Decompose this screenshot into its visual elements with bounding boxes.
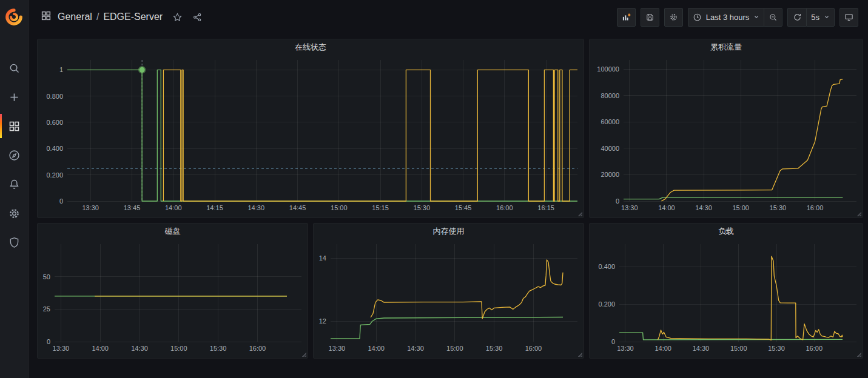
panel-resize-handle[interactable]: [856, 352, 861, 357]
chart-canvas: 02000040000600008000010000013:3014:0014:…: [590, 55, 863, 213]
svg-text:16:00: 16:00: [249, 345, 266, 352]
svg-text:0.400: 0.400: [598, 263, 615, 270]
share-dashboard-button[interactable]: [192, 12, 203, 22]
svg-text:0: 0: [59, 197, 63, 205]
svg-text:16:00: 16:00: [806, 345, 823, 352]
save-dashboard-button[interactable]: [641, 8, 659, 27]
svg-text:14:00: 14:00: [654, 345, 671, 352]
series-line: [67, 70, 577, 201]
dashboards-grid-icon: [41, 10, 52, 24]
sidebar-item-search[interactable]: [0, 53, 28, 82]
svg-text:14:30: 14:30: [693, 345, 710, 352]
svg-text:0: 0: [616, 197, 619, 205]
search-icon: [8, 62, 21, 75]
grafana-logo-icon: [5, 8, 23, 26]
svg-text:14:00: 14:00: [368, 345, 385, 352]
chart-memory-usage[interactable]: 121413:3014:0014:3015:0015:3016:00: [314, 239, 584, 356]
panel-resize-handle[interactable]: [301, 352, 306, 357]
bell-icon: [8, 178, 21, 191]
shield-icon: [8, 236, 21, 249]
svg-text:14:45: 14:45: [289, 204, 306, 211]
chart-cumulative-traffic[interactable]: 02000040000600008000010000013:3014:0014:…: [590, 55, 863, 216]
legend-item[interactable]: edge_disk_used{instance="localhost:19202…: [54, 357, 303, 359]
star-icon: [172, 12, 183, 22]
cycle-view-mode-button[interactable]: [839, 8, 858, 27]
add-panel-button[interactable]: [617, 8, 636, 27]
svg-text:0.200: 0.200: [598, 300, 615, 308]
svg-text:0.800: 0.800: [46, 93, 63, 100]
svg-text:14:30: 14:30: [131, 345, 148, 352]
svg-text:25: 25: [43, 305, 50, 313]
panel-resize-handle[interactable]: [577, 352, 582, 357]
svg-text:15:00: 15:00: [732, 204, 749, 211]
panel-resize-handle[interactable]: [577, 211, 582, 216]
sidebar-item-configuration[interactable]: [0, 199, 28, 228]
dashboard-settings-button[interactable]: [664, 8, 683, 27]
svg-text:14:00: 14:00: [165, 204, 182, 211]
chart-legend: edge_load5{instance="localhost:19202", j…: [590, 356, 863, 359]
svg-text:16:15: 16:15: [537, 204, 554, 211]
compass-icon: [8, 149, 21, 162]
svg-text:14:30: 14:30: [407, 345, 424, 352]
panel-title[interactable]: 磁盘: [38, 224, 308, 239]
svg-text:15:30: 15:30: [768, 345, 785, 352]
time-range-picker[interactable]: Last 3 hours: [688, 8, 764, 27]
svg-text:15:00: 15:00: [446, 345, 463, 352]
sidebar-item-alerting[interactable]: [0, 170, 28, 199]
series-line: [163, 70, 577, 201]
svg-text:0: 0: [611, 338, 615, 345]
zoom-out-time-button[interactable]: [764, 8, 782, 27]
refresh-interval-picker[interactable]: 5s: [806, 8, 835, 27]
series-line: [661, 79, 843, 201]
legend-item[interactable]: edge_status{instance="localhost:19202", …: [311, 216, 553, 218]
svg-text:80000: 80000: [601, 92, 619, 99]
panel-title[interactable]: 内存使用: [314, 224, 584, 239]
grafana-logo[interactable]: [0, 0, 29, 34]
sidebar-item-server-admin[interactable]: [0, 228, 28, 257]
chart-disk[interactable]: 0255013:3014:0014:3015:0015:3016:00: [38, 239, 308, 356]
toolbar: Last 3 hours 5s: [617, 8, 858, 27]
svg-text:20000: 20000: [601, 171, 619, 178]
legend-item[interactable]: edge_load5{instance="localhost:19202", j…: [606, 357, 858, 359]
series-line: [658, 256, 843, 340]
panel-online-status: 在线状态 00.2000.4000.6000.800113:3013:4514:…: [37, 39, 584, 218]
svg-text:0.600: 0.600: [46, 119, 63, 126]
header: General / EDGE-Server: [29, 0, 868, 34]
refresh-button[interactable]: [787, 8, 806, 27]
chart-load[interactable]: 00.2000.40013:3014:0014:3015:0015:3016:0…: [590, 239, 863, 356]
chart-online-status[interactable]: 00.2000.4000.6000.800113:3013:4514:0014:…: [38, 55, 584, 216]
svg-text:16:00: 16:00: [807, 204, 824, 211]
breadcrumb-dashboard[interactable]: EDGE-Server: [103, 12, 163, 22]
series-line: [371, 260, 563, 319]
legend-item[interactable]: edge_traffic_package_size_bytes{directio…: [606, 216, 858, 218]
breadcrumb-folder[interactable]: General: [58, 12, 92, 22]
chart-canvas: 121413:3014:0014:3015:0015:3016:00: [314, 239, 584, 354]
sidebar-item-dashboards[interactable]: [0, 111, 28, 141]
sidebar-item-explore[interactable]: [0, 141, 28, 170]
svg-text:14:30: 14:30: [695, 204, 712, 211]
svg-text:15:30: 15:30: [414, 204, 431, 211]
panel-resize-handle[interactable]: [856, 211, 861, 216]
panel-title[interactable]: 负载: [590, 224, 863, 239]
annotation-dot: [140, 67, 145, 73]
panel-title[interactable]: 在线状态: [38, 39, 584, 55]
share-icon: [192, 12, 203, 22]
sidebar-item-create[interactable]: [0, 82, 28, 111]
svg-text:50: 50: [43, 273, 50, 280]
svg-text:0: 0: [47, 338, 50, 345]
chart-legend: edge_disk_used{instance="localhost:19202…: [38, 356, 308, 359]
svg-text:14:00: 14:00: [658, 204, 675, 211]
svg-text:16:00: 16:00: [496, 204, 513, 211]
legend-item[interactable]: edge_mem_used{instance="localhost:19202"…: [330, 357, 579, 359]
chart-canvas: 00.2000.40013:3014:0014:3015:0015:3016:0…: [590, 239, 863, 354]
panel-title[interactable]: 累积流量: [590, 39, 863, 55]
legend-item[interactable]: edge_status{instance="localhost:19202", …: [54, 216, 295, 218]
chevron-down-icon: [824, 14, 830, 20]
star-dashboard-button[interactable]: [172, 12, 183, 22]
clock-icon: [693, 13, 702, 22]
time-range-label: Last 3 hours: [706, 13, 750, 22]
svg-text:15:30: 15:30: [210, 345, 227, 352]
save-icon: [645, 13, 654, 22]
dashboards-grid-icon: [8, 120, 21, 133]
dashboard-area: 在线状态 00.2000.4000.6000.800113:3013:4514:…: [29, 34, 868, 378]
